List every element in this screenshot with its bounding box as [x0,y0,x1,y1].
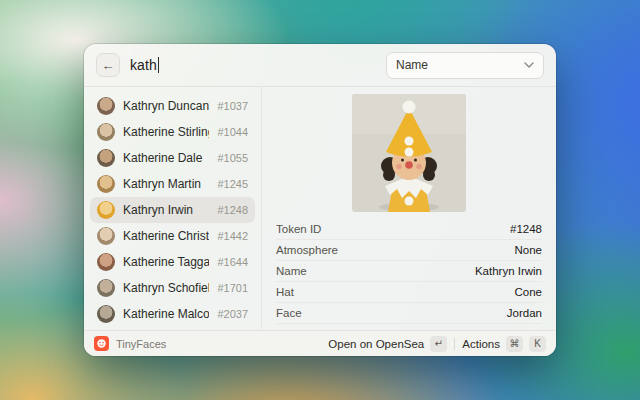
avatar [97,97,115,115]
doll-figurine-illustration [352,94,466,212]
sort-dropdown[interactable]: Name [386,52,544,79]
person-name: Kathryn Schofield [123,281,209,295]
detail-label: Token ID [276,223,321,235]
avatar [97,123,115,141]
detail-value: #1248 [510,223,542,235]
detail-label: Face [276,307,302,319]
detail-row: Hat Cone [276,282,542,303]
tinyfaces-app-icon [94,336,109,351]
detail-value: Cone [515,286,543,298]
detail-value: Jordan [507,307,542,319]
k-keycap: K [529,336,546,352]
token-id: #2037 [217,308,248,320]
list-item[interactable]: Kathryn Martin #1245 [90,171,255,197]
search-bar: ← kath Name [84,44,556,86]
person-name: Katherine Taggart [123,255,209,269]
token-id: #1245 [217,178,248,190]
list-item[interactable]: Kathryn Schofield #1701 [90,275,255,301]
command-palette-window: ← kath Name Kathryn Duncanson #1037 Kath… [84,44,556,356]
content: Kathryn Duncanson #1037 Katherine Stirli… [84,87,556,330]
search-input[interactable]: kath [130,44,376,86]
detail-label: Hat [276,286,294,298]
app-name: TinyFaces [116,338,321,350]
person-name: Kathryn Duncanson [123,99,209,113]
token-id: #1644 [217,256,248,268]
actions-menu-button[interactable]: Actions ⌘ K [462,336,546,352]
avatar [97,175,115,193]
list-item[interactable]: Katherine Stirling #1044 [90,119,255,145]
token-image [352,94,466,212]
avatar [97,279,115,297]
search-query-text: kath [130,57,157,73]
sort-dropdown-value: Name [396,58,428,72]
list-item[interactable]: Katherine Malcolm #2037 [90,301,255,327]
person-name: Kathryn Martin [123,177,209,191]
list-item[interactable]: Kathryn Duncanson #1037 [90,93,255,119]
detail-label: Atmosphere [276,244,338,256]
list-item[interactable]: Katherine Taggart #1644 [90,249,255,275]
token-id: #1037 [217,100,248,112]
footer-bar: TinyFaces Open on OpenSea ↵ Actions ⌘ K [84,331,556,356]
footer-divider [454,338,455,350]
open-on-opensea-button[interactable]: Open on OpenSea ↵ [328,336,447,352]
person-name: Katherine Stirling [123,125,209,139]
chevron-down-icon [524,62,534,68]
person-name: Kathryn Irwin [123,203,209,217]
detail-panel: Token ID #1248 Atmosphere None Name Kath… [262,87,556,330]
actions-label: Actions [462,338,500,350]
person-name: Katherine Christie [123,229,209,243]
token-id: #1442 [217,230,248,242]
open-on-opensea-label: Open on OpenSea [328,338,424,350]
detail-row: Atmosphere None [276,240,542,261]
detail-row: Face Jordan [276,303,542,324]
return-keycap: ↵ [430,336,447,352]
list-item-selected[interactable]: Kathryn Irwin #1248 [90,197,255,223]
avatar [97,149,115,167]
results-list[interactable]: Kathryn Duncanson #1037 Katherine Stirli… [84,87,261,330]
back-arrow-icon: ← [102,58,115,73]
token-id: #1055 [217,152,248,164]
person-name: Katherine Dale [123,151,209,165]
detail-row: Name Kathryn Irwin [276,261,542,282]
detail-value: None [515,244,543,256]
text-caret [158,57,160,73]
list-item[interactable]: Katherine Christie #1442 [90,223,255,249]
detail-value: Kathryn Irwin [475,265,542,277]
command-keycap: ⌘ [506,336,523,352]
token-id: #1248 [217,204,248,216]
back-button[interactable]: ← [96,53,120,77]
token-id: #1044 [217,126,248,138]
avatar [97,201,115,219]
token-id: #1701 [217,282,248,294]
avatar [97,305,115,323]
avatar [97,227,115,245]
detail-label: Name [276,265,307,277]
detail-row: Token ID #1248 [276,219,542,240]
person-name: Katherine Malcolm [123,307,209,321]
avatar [97,253,115,271]
list-item[interactable]: Katherine Dale #1055 [90,145,255,171]
